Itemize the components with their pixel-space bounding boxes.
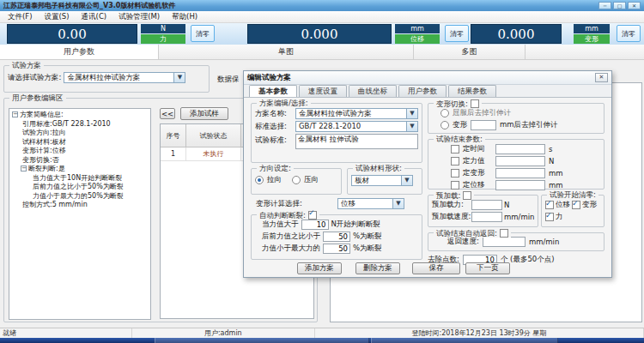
tree-item[interactable]: 断裂判断:是	[11, 165, 150, 174]
material-shape-dropdown[interactable]: 板材 ▼	[351, 175, 413, 186]
delete-plan-button[interactable]: 删除方案	[355, 262, 400, 274]
tree-item[interactable]: 控制方式:5 mm/min	[11, 201, 150, 210]
return-speed-input[interactable]	[483, 237, 526, 247]
app-window: 江苏正瑞泰邦电子科技有限公司_V3.0版材料试验机软件 ─ ▢ ✕ 文件(F) …	[0, 0, 644, 343]
dialog-close-icon[interactable]: ✕	[595, 73, 608, 82]
deform-calc-dropdown[interactable]: 位移 ▼	[337, 198, 404, 209]
preload-groupbox: 预加载: 预加载力: N 预加载速度: mm/min	[428, 195, 538, 227]
material-shape-legend: 试验材料形状:	[353, 165, 404, 172]
tree-collapse-icon[interactable]	[12, 111, 18, 117]
menu-file[interactable]: 文件(F)	[2, 12, 39, 22]
fixed-deform-unit: mm	[549, 169, 563, 178]
menu-settings[interactable]: 设置(S)	[39, 12, 76, 22]
maximize-icon[interactable]: ▢	[613, 2, 626, 9]
clear-displacement-label: 位移	[556, 200, 570, 210]
fixed-force-input[interactable]	[495, 156, 545, 166]
test-standard-field[interactable]: 金属材料 拉伸试验	[295, 134, 418, 149]
fixed-disp-checkbox[interactable]	[451, 181, 459, 190]
menu-test-management[interactable]: 试验管理(M)	[112, 12, 166, 22]
save-button[interactable]: 保存	[412, 262, 460, 274]
force-readout: 0.00	[7, 24, 137, 44]
dialog-tab-result[interactable]: 结果参数	[448, 85, 496, 97]
tree-collapse-icon[interactable]	[21, 165, 27, 172]
status-ready: 就绪	[0, 328, 132, 338]
tree-item[interactable]: 变形切换:否	[11, 156, 150, 165]
tree-item[interactable]: 引用标准:GB/T 228.1-2010	[11, 120, 150, 129]
menu-bar: 文件(F) 设置(S) 通讯(C) 试验管理(M) 帮助(H)	[0, 11, 644, 23]
col-header-status: 试验状态	[186, 124, 241, 147]
tree-item[interactable]: 试样材料:板材	[11, 138, 150, 147]
tree-item[interactable]: 力值小于最大力的50%为断裂	[11, 192, 150, 202]
fixed-time-input[interactable]	[495, 144, 545, 154]
break-row3-suffix: %为断裂	[353, 244, 382, 254]
window-title: 江苏正瑞泰邦电子科技有限公司_V3.0版材料试验机软件	[3, 1, 175, 10]
deform-mm-radio[interactable]	[440, 121, 449, 129]
fixed-time-label: 定时间	[463, 144, 492, 154]
close-icon[interactable]: ✕	[628, 2, 641, 9]
menu-help[interactable]: 帮助(H)	[166, 12, 204, 22]
dialog-tab-basic[interactable]: 基本参数	[249, 85, 297, 97]
add-plan-button[interactable]: 添加方案	[297, 262, 342, 274]
minimize-icon[interactable]: ─	[598, 2, 611, 9]
break-maxforce-input[interactable]	[323, 244, 350, 254]
fixed-deform-input[interactable]	[495, 168, 545, 178]
tree-item[interactable]: 方案简略信息:	[11, 111, 150, 120]
deformation-clear-button[interactable]: 清零	[617, 25, 641, 42]
dialog-tab-speed[interactable]: 速度设置	[299, 85, 347, 97]
clear-deformation-checkbox[interactable]	[572, 201, 580, 209]
pull-radio[interactable]	[255, 176, 264, 184]
preload-checkbox[interactable]	[463, 191, 471, 200]
press-radio[interactable]	[292, 176, 301, 184]
deform-mm-input[interactable]	[471, 120, 496, 130]
standard-select-dropdown[interactable]: GB/T 228.1-2010 ▼	[295, 121, 418, 132]
tab-multi-graph[interactable]: 多图	[414, 45, 526, 59]
plan-select-value: 金属材料拉伸试验方案	[67, 73, 140, 81]
deformation-unit-badge: mm	[574, 24, 610, 33]
window-controls: ─ ▢ ✕	[598, 2, 641, 9]
tree-item[interactable]: 后前力值之比小于50%为断裂	[11, 183, 150, 192]
fixed-force-checkbox[interactable]	[451, 157, 459, 165]
break-ratio-input[interactable]	[323, 232, 350, 242]
dialog-tab-bar: 基本参数 速度设置 曲线坐标 用户参数 结果参数	[244, 85, 611, 98]
auto-return-checkbox[interactable]	[500, 229, 508, 238]
deform-switch-checkbox[interactable]	[471, 99, 479, 108]
tab-single-graph[interactable]: 单图	[159, 45, 414, 59]
menu-communication[interactable]: 通讯(C)	[76, 12, 113, 22]
dialog-tab-user[interactable]: 用户参数	[398, 85, 447, 97]
dialog-tab-curve[interactable]: 曲线坐标	[349, 85, 397, 97]
force-unit-badge: N	[141, 24, 185, 33]
clear-displacement-checkbox[interactable]	[545, 201, 554, 209]
fixed-time-checkbox[interactable]	[451, 145, 459, 153]
force-clear-button[interactable]: 清零	[191, 25, 215, 42]
fixed-deform-checkbox[interactable]	[451, 169, 459, 178]
data-save-label: 数据保	[217, 75, 240, 85]
clear-force-checkbox[interactable]	[545, 213, 554, 221]
preload-force-input[interactable]	[471, 200, 502, 210]
deform-calc-value: 位移	[341, 199, 355, 208]
break-force-input[interactable]	[301, 220, 329, 230]
collapse-panel-button[interactable]: <<	[160, 108, 175, 119]
fixed-disp-input[interactable]	[495, 180, 545, 190]
tree-item[interactable]: 当力值大于10N开始判断断裂	[11, 174, 150, 184]
start-clear-groupbox: 试验开始清零: 位移 变形 力	[541, 195, 605, 227]
displacement-badges: mm 位移	[395, 24, 440, 44]
deform-mm-pre-label: 变形	[453, 120, 467, 130]
tab-user-params[interactable]: 用户参数	[0, 45, 159, 59]
add-sample-button[interactable]: 添加试样	[180, 107, 228, 120]
chevron-down-icon: ▼	[401, 176, 412, 185]
deform-calc-label: 变形计算选择:	[251, 199, 335, 209]
taskbar-segment	[155, 338, 369, 343]
auto-return-groupbox: 试验结束自动返回: 返回速度: mm/min	[428, 232, 605, 251]
tree-item[interactable]: 变形计算:位移	[11, 147, 150, 156]
auto-break-checkbox[interactable]	[308, 211, 317, 220]
plan-name-dropdown[interactable]: 金属材料拉伸试验方案 ▼	[295, 108, 418, 119]
next-page-button[interactable]: 下一页	[465, 262, 510, 274]
return-speed-unit: mm/min	[529, 238, 559, 246]
after-yield-radio[interactable]	[440, 109, 449, 117]
tree-item[interactable]: 试验方向:拉向	[11, 129, 150, 138]
preload-speed-input[interactable]	[471, 212, 502, 222]
displacement-clear-button[interactable]: 清零	[445, 25, 469, 42]
taskbar-segment	[371, 338, 558, 343]
status-user: 用户:admin	[132, 328, 315, 338]
plan-select-dropdown[interactable]: 金属材料拉伸试验方案 ▼	[64, 72, 185, 83]
